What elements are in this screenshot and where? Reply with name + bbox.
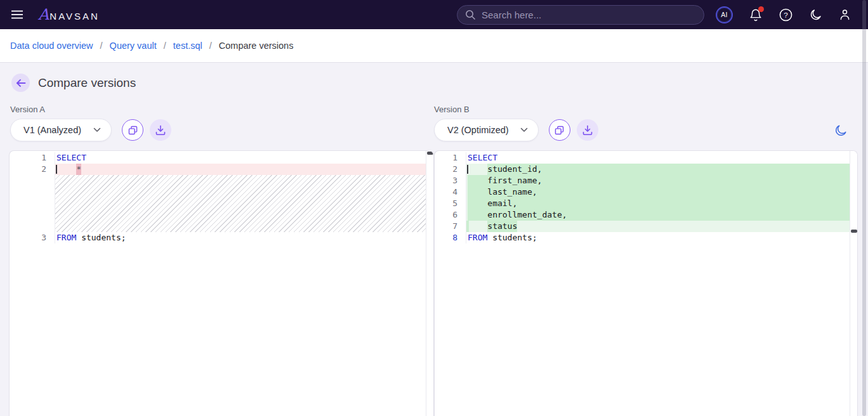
ai-assistant-button[interactable]: AI [716,6,733,23]
chevron-down-icon [93,127,101,133]
version-b-label: Version B [434,105,470,114]
search-input[interactable] [482,10,685,20]
code-line[interactable]: 3FROM students; [10,232,426,244]
svg-text:?: ? [784,11,787,18]
version-b-code-panel: 1SELECT2 student_id,3 first_name,4 last_… [434,150,858,416]
code-line[interactable]: 3 first_name, [435,175,850,186]
user-icon [838,8,852,22]
code-line[interactable]: 8FROM students; [435,232,850,244]
diff-gap [10,175,426,232]
line-number: 7 [435,221,466,232]
logo-text: NAVSAN [49,11,100,22]
download-icon [155,125,166,136]
version-b-scrollbar-track [850,151,857,416]
page-scrollbar[interactable] [862,0,866,416]
version-a-scrollbar-track [426,151,433,416]
download-button-version-b[interactable] [577,119,598,141]
line-number: 2 [435,164,466,175]
version-a-editor[interactable]: 1SELECT2 *3FROM students; [10,151,426,416]
ai-badge: AI [716,6,733,23]
inserted-mark [466,221,469,232]
version-a-scrollbar-thumb[interactable] [427,152,433,155]
line-number: 3 [10,232,55,244]
breadcrumb-separator: / [209,41,212,51]
line-number: 8 [435,232,466,244]
code-line[interactable]: 2 student_id, [435,164,850,175]
editor-theme-toggle[interactable] [832,122,849,139]
moon-icon [809,8,822,22]
help-icon: ? [779,8,793,22]
version-b-selected-value: V2 (Optimized) [447,125,509,135]
notification-dot [758,6,764,12]
breadcrumb-separator: / [100,41,103,51]
hamburger-icon [11,10,23,19]
code-line[interactable]: 6 enrollment_date, [435,209,850,221]
version-b-select[interactable]: V2 (Optimized) [434,119,539,141]
text-cursor [56,165,57,174]
line-number: 1 [435,152,466,164]
line-number: 4 [435,186,466,198]
breadcrumb-query-vault[interactable]: Query vault [110,41,157,51]
code-line[interactable]: 5 email, [435,198,850,209]
line-number: 2 [10,164,55,175]
copy-button-version-a[interactable] [122,119,143,141]
copy-icon [128,125,138,136]
line-number: 3 [435,175,466,186]
breadcrumb-data-cloud-overview[interactable]: Data cloud overview [10,41,93,51]
code-line[interactable]: 1SELECT [10,152,426,164]
breadcrumb: Data cloud overview / Query vault / test… [0,29,868,63]
search-icon [465,10,476,20]
chevron-down-icon [520,127,528,133]
code-line[interactable]: 4 last_name, [435,186,850,198]
code-line[interactable]: 1SELECT [435,152,850,164]
breadcrumb-current: Compare versions [219,41,294,51]
download-button-version-a[interactable] [150,119,171,141]
theme-toggle-button[interactable] [809,8,822,22]
profile-button[interactable] [838,8,852,22]
arrow-left-icon [16,79,26,88]
version-a-code-panel: 1SELECT2 *3FROM students; [9,150,434,416]
back-button[interactable] [11,74,30,92]
logo-letter-a: A [38,7,49,22]
version-a-selected-value: V1 (Analyzed) [23,125,81,135]
code-line[interactable]: 2 * [10,164,426,175]
top-navbar: A NAVSAN AI ? [0,0,868,29]
menu-button[interactable] [10,8,24,22]
breadcrumb-test-sql[interactable]: test.sql [173,41,202,51]
version-a-select[interactable]: V1 (Analyzed) [10,119,112,141]
help-button[interactable]: ? [779,8,793,22]
app-logo: A NAVSAN [38,7,100,22]
copy-icon [554,125,565,136]
diff-gap-hatch [55,175,426,232]
notifications-button[interactable] [749,8,763,22]
version-a-label: Version A [10,105,45,114]
code-line[interactable]: 7 status [435,221,850,232]
moon-icon-blue [834,124,848,138]
global-search[interactable] [457,5,704,25]
copy-button-version-b[interactable] [549,119,570,141]
version-b-scrollbar-thumb[interactable] [851,230,857,233]
line-number: 1 [10,152,55,164]
text-cursor [467,165,468,174]
page-title: Compare versions [38,76,136,90]
breadcrumb-separator: / [164,41,166,51]
line-number: 6 [435,209,466,221]
line-number: 5 [435,198,466,209]
download-icon [582,125,593,136]
version-b-editor[interactable]: 1SELECT2 student_id,3 first_name,4 last_… [435,151,850,416]
